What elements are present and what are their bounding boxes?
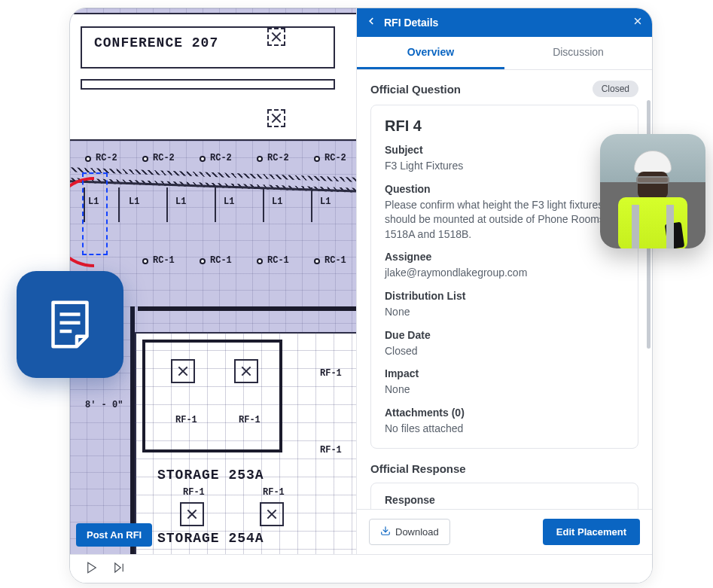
value-due-date: Closed bbox=[385, 344, 624, 359]
bp-node bbox=[257, 258, 263, 264]
label-response: Response bbox=[385, 494, 624, 506]
bp-label-storage-a: STORAGE 253A bbox=[157, 468, 264, 483]
label-attachments: Attachments (0) bbox=[385, 407, 624, 419]
value-assignee: jlake@raymondlakegroup.com bbox=[385, 266, 624, 281]
media-bar bbox=[70, 554, 652, 583]
official-question-label: Official Question bbox=[370, 83, 461, 96]
bp-tag-l1: L1 bbox=[320, 197, 331, 207]
bp-node bbox=[314, 156, 320, 162]
status-badge: Closed bbox=[593, 81, 638, 97]
download-label: Download bbox=[395, 526, 439, 538]
download-icon bbox=[380, 526, 391, 538]
value-question: Please confirm what height the F3 light … bbox=[385, 198, 624, 242]
worker-thumbnail[interactable] bbox=[600, 134, 705, 248]
rfi-details-panel: RFI Details Overview Discussion Official… bbox=[356, 8, 652, 554]
bp-node bbox=[257, 156, 263, 162]
post-rfi-button[interactable]: Post An RFI bbox=[76, 523, 152, 547]
bp-rf-marker bbox=[260, 502, 284, 526]
bp-tag-rc1: RC-1 bbox=[210, 255, 232, 266]
bp-tag-rf1: RF-1 bbox=[239, 415, 261, 425]
bp-label-storage-b: STORAGE 254A bbox=[157, 531, 264, 546]
bp-inner-room bbox=[142, 340, 282, 452]
bp-label-conference: CONFERENCE 207 bbox=[94, 35, 218, 50]
bp-node bbox=[85, 156, 91, 162]
bp-dimension: 8' - 0" bbox=[85, 400, 123, 410]
bp-node bbox=[200, 156, 206, 162]
close-icon[interactable] bbox=[632, 16, 643, 29]
note-app-icon[interactable] bbox=[17, 271, 123, 378]
bp-l1-row bbox=[84, 187, 355, 233]
bp-tag-rc2: RC-2 bbox=[267, 153, 289, 163]
next-icon[interactable] bbox=[112, 561, 126, 577]
bp-tag-rc2: RC-2 bbox=[153, 153, 175, 163]
bp-tag-l1: L1 bbox=[129, 197, 139, 207]
label-impact: Impact bbox=[385, 367, 624, 379]
bp-tag-l1: L1 bbox=[224, 197, 234, 207]
rfi-title: RFI 4 bbox=[385, 117, 624, 135]
bp-tag-rf1: RF-1 bbox=[183, 487, 205, 498]
tab-overview[interactable]: Overview bbox=[357, 37, 504, 69]
bp-tag-rf1: RF-1 bbox=[263, 487, 285, 498]
label-distribution: Distribution List bbox=[385, 290, 624, 302]
bp-tag-rc2: RC-2 bbox=[96, 153, 117, 163]
panel-footer: Download Edit Placement bbox=[357, 509, 652, 554]
download-button[interactable]: Download bbox=[369, 519, 450, 545]
bp-rf-marker bbox=[234, 359, 258, 383]
tabs: Overview Discussion bbox=[357, 37, 652, 70]
bp-tag-rc1: RC-1 bbox=[325, 255, 346, 266]
worker-figure bbox=[615, 151, 690, 247]
value-subject: F3 Light Fixtures bbox=[385, 159, 624, 174]
bp-tag-rf1: RF-1 bbox=[175, 415, 197, 425]
value-attachments: No files attached bbox=[385, 422, 624, 437]
tab-discussion[interactable]: Discussion bbox=[504, 37, 652, 69]
response-card: Response Confirmed, F3 fixtures should b… bbox=[370, 483, 638, 509]
label-question: Question bbox=[385, 183, 624, 195]
bp-tag-l1: L1 bbox=[175, 197, 186, 207]
bp-tag-rc1: RC-1 bbox=[153, 255, 175, 266]
play-icon[interactable] bbox=[85, 561, 99, 577]
app-frame: CONFERENCE 207 RC-2 RC-2 RC-2 RC-2 RC-2 bbox=[69, 8, 653, 583]
back-icon[interactable] bbox=[366, 16, 376, 29]
bp-rf-marker bbox=[171, 359, 195, 383]
bp-node bbox=[142, 258, 148, 264]
edit-placement-button[interactable]: Edit Placement bbox=[543, 519, 640, 545]
panel-header: RFI Details bbox=[357, 8, 652, 37]
bp-tag-rc2: RC-2 bbox=[325, 153, 346, 163]
bp-tag-rf1: RF-1 bbox=[320, 445, 342, 455]
bp-bar bbox=[81, 79, 335, 90]
bp-tag-rf1: RF-1 bbox=[320, 368, 342, 379]
official-response-label: Official Response bbox=[370, 462, 466, 475]
bp-tag-l1: L1 bbox=[88, 197, 99, 207]
svg-marker-4 bbox=[115, 563, 121, 572]
bp-tag-l1: L1 bbox=[272, 197, 282, 207]
value-impact: None bbox=[385, 382, 624, 398]
label-due-date: Due Date bbox=[385, 329, 624, 341]
bp-node bbox=[142, 156, 148, 162]
label-subject: Subject bbox=[385, 144, 624, 156]
content-row: CONFERENCE 207 RC-2 RC-2 RC-2 RC-2 RC-2 bbox=[70, 8, 652, 554]
document-icon bbox=[43, 297, 97, 352]
svg-marker-3 bbox=[88, 562, 96, 573]
panel-title: RFI Details bbox=[384, 17, 438, 29]
bp-node bbox=[314, 258, 320, 264]
value-distribution: None bbox=[385, 305, 624, 320]
bp-node bbox=[200, 258, 206, 264]
question-card: RFI 4 Subject F3 Light Fixtures Question… bbox=[370, 105, 638, 449]
bp-tag-rc1: RC-1 bbox=[267, 255, 289, 266]
bp-tag-rc2: RC-2 bbox=[210, 153, 232, 163]
bp-marker bbox=[267, 28, 285, 46]
section-official-response: Official Response bbox=[370, 462, 638, 475]
bp-rf-marker bbox=[180, 502, 204, 526]
bp-marker bbox=[267, 109, 285, 127]
section-official-question: Official Question Closed bbox=[370, 81, 638, 97]
bp-wall bbox=[138, 306, 356, 311]
label-assignee: Assignee bbox=[385, 251, 624, 263]
